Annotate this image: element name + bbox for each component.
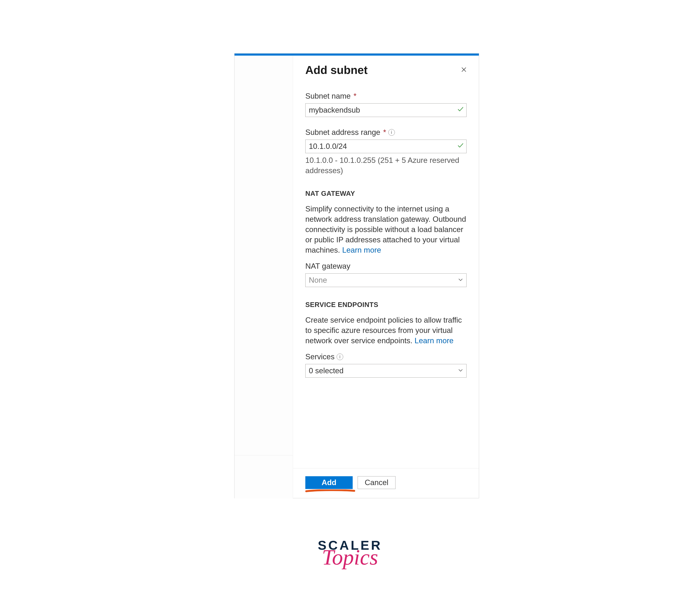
nat-gateway-description-text: Simplify connectivity to the internet us…	[305, 205, 466, 254]
add-button[interactable]: Add	[305, 476, 353, 489]
required-marker: *	[353, 91, 357, 101]
field-subnet-range: Subnet address range* i 10.1.0.0 - 10.1.…	[305, 127, 466, 176]
scaler-topics-watermark: SCALER Topics	[318, 538, 382, 570]
add-subnet-blade: Add subnet Subnet name*	[293, 55, 479, 498]
blade-body: Subnet name* Subnet address range* i	[293, 77, 479, 468]
subnet-name-label-text: Subnet name	[305, 91, 351, 101]
close-icon	[460, 66, 467, 73]
nat-gateway-header: NAT GATEWAY	[305, 189, 466, 198]
subnet-name-input-wrap	[305, 103, 466, 117]
subnet-range-helper: 10.1.0.0 - 10.1.0.255 (251 + 5 Azure res…	[305, 155, 466, 176]
field-services: Services i 0 selected	[305, 352, 466, 378]
subnet-range-input-wrap	[305, 140, 466, 153]
blade-footer: Add Cancel	[293, 468, 479, 498]
service-endpoints-description: Create service endpoint policies to allo…	[305, 315, 466, 346]
watermark-line2: Topics	[318, 545, 382, 570]
service-endpoints-header: SERVICE ENDPOINTS	[305, 300, 466, 310]
nat-gateway-description: Simplify connectivity to the internet us…	[305, 204, 466, 255]
services-select[interactable]: 0 selected	[305, 364, 466, 378]
left-rail-divider	[235, 455, 293, 455]
info-icon[interactable]: i	[388, 129, 395, 136]
cancel-button[interactable]: Cancel	[358, 476, 396, 489]
services-label: Services i	[305, 352, 466, 362]
nat-gateway-learn-more-link[interactable]: Learn more	[342, 246, 381, 254]
subnet-range-input[interactable]	[305, 140, 466, 153]
subnet-name-label: Subnet name*	[305, 91, 466, 101]
field-nat-gateway: NAT gateway None	[305, 261, 466, 287]
highlight-underline	[305, 489, 355, 492]
subnet-range-label-text: Subnet address range	[305, 127, 380, 138]
close-button[interactable]	[460, 66, 467, 74]
field-subnet-name: Subnet name*	[305, 91, 466, 117]
dialog-panel: Add subnet Subnet name*	[234, 53, 479, 498]
nat-gateway-value: None	[309, 275, 327, 285]
service-endpoints-learn-more-link[interactable]: Learn more	[415, 336, 453, 345]
services-label-text: Services	[305, 352, 335, 362]
required-marker: *	[383, 127, 386, 138]
nat-gateway-select[interactable]: None	[305, 273, 466, 287]
services-select-wrap: 0 selected	[305, 364, 466, 378]
services-value: 0 selected	[309, 366, 343, 376]
accent-bar	[235, 53, 479, 55]
blade-title: Add subnet	[305, 63, 367, 77]
blade-header: Add subnet	[293, 55, 479, 77]
nat-gateway-select-wrap: None	[305, 273, 466, 287]
nat-gateway-label: NAT gateway	[305, 261, 466, 271]
subnet-range-label: Subnet address range* i	[305, 127, 466, 138]
left-rail-placeholder	[235, 55, 293, 498]
info-icon[interactable]: i	[337, 353, 343, 360]
checkmark-icon	[457, 105, 464, 115]
subnet-name-input[interactable]	[305, 103, 466, 117]
checkmark-icon	[457, 141, 464, 152]
